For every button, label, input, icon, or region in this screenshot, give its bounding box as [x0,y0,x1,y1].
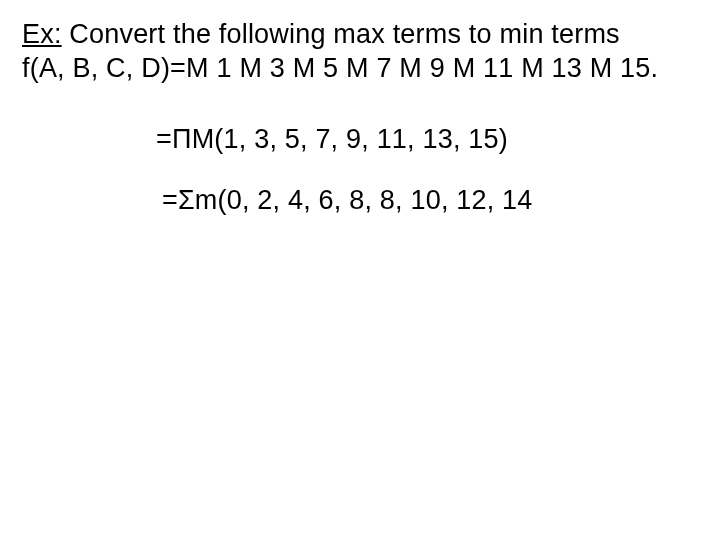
solution-maxterm-product: =ΠM(1, 3, 5, 7, 9, 11, 13, 15) [156,124,698,155]
solution-minterm-sum: =Σm(0, 2, 4, 6, 8, 8, 10, 12, 14 [162,185,698,216]
problem-statement-line1: Ex: Convert the following max terms to m… [22,18,698,52]
problem-prompt: Convert the following max terms to min t… [62,19,620,49]
function-definition: f(A, B, C, D)=M 1 M 3 M 5 M 7 M 9 M 11 M… [22,53,658,83]
example-label: Ex: [22,19,62,49]
problem-statement-line2: f(A, B, C, D)=M 1 M 3 M 5 M 7 M 9 M 11 M… [22,52,698,86]
